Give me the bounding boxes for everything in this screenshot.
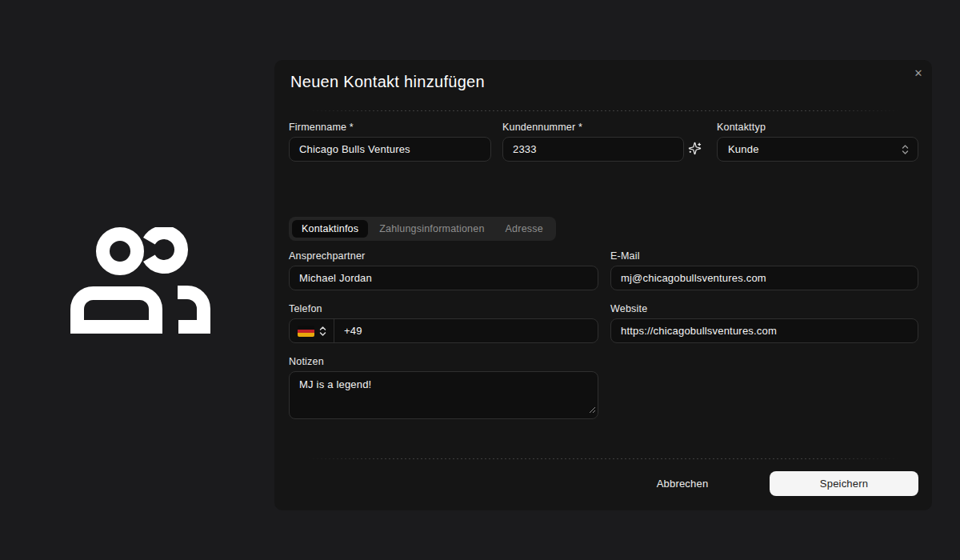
generate-number-button[interactable] — [685, 138, 704, 158]
close-icon[interactable]: ✕ — [907, 62, 930, 85]
phone-field-group: Telefon — [289, 303, 598, 343]
germany-flag-icon — [298, 326, 314, 337]
email-label: E-Mail — [610, 250, 918, 262]
tab-adresse[interactable]: Adresse — [496, 220, 553, 238]
phone-input-group — [289, 318, 598, 343]
save-button[interactable]: Speichern — [770, 471, 918, 496]
company-name-input[interactable] — [289, 137, 491, 162]
customer-number-input[interactable] — [502, 137, 684, 162]
company-name-label: Firmenname * — [289, 122, 491, 133]
modal-title: Neuen Kontakt hinzufügen — [290, 73, 485, 91]
sparkles-icon — [688, 142, 702, 155]
website-input[interactable] — [610, 318, 918, 343]
contact-tabs: Kontaktinfos Zahlungsinformationen Adres… — [289, 217, 556, 241]
email-field-group: E-Mail — [610, 250, 918, 290]
country-code-select[interactable] — [290, 319, 334, 342]
contact-person-field-group: Ansprechpartner — [289, 250, 598, 290]
company-name-field-group: Firmenname * — [289, 122, 491, 162]
contact-type-label: Kontakttyp — [717, 122, 918, 133]
contact-type-selected-value: Kunde — [728, 143, 759, 155]
phone-input[interactable] — [334, 319, 598, 342]
contact-person-label: Ansprechpartner — [289, 250, 598, 262]
add-contact-modal: Neuen Kontakt hinzufügen ✕ Firmenname * … — [274, 60, 932, 510]
chevron-updown-icon — [319, 326, 326, 337]
users-icon — [70, 227, 214, 335]
notes-field-group: Notizen MJ is a legend! — [289, 356, 598, 419]
website-label: Website — [610, 303, 918, 314]
notes-textarea[interactable]: MJ is a legend! — [289, 371, 598, 419]
notes-label: Notizen — [289, 356, 598, 367]
contact-type-field-group: Kontakttyp Kunde — [717, 122, 918, 162]
email-input[interactable] — [610, 266, 918, 290]
page-background: Neuen Kontakt hinzufügen ✕ Firmenname * … — [0, 0, 960, 560]
cancel-button[interactable]: Abbrechen — [634, 470, 730, 496]
resize-handle-icon[interactable] — [589, 402, 596, 417]
contact-person-input[interactable] — [289, 266, 598, 290]
phone-label: Telefon — [289, 303, 598, 314]
footer-divider — [305, 458, 902, 459]
customer-number-label: Kundennummer * — [502, 122, 684, 133]
header-divider — [305, 110, 902, 111]
chevron-updown-icon — [902, 144, 909, 155]
customer-number-field-group: Kundennummer * — [502, 122, 684, 162]
website-field-group: Website — [610, 303, 918, 343]
tab-kontaktinfos[interactable]: Kontaktinfos — [292, 220, 368, 238]
tab-zahlungsinformationen[interactable]: Zahlungsinformationen — [370, 220, 494, 238]
contact-type-select[interactable]: Kunde — [717, 137, 918, 162]
